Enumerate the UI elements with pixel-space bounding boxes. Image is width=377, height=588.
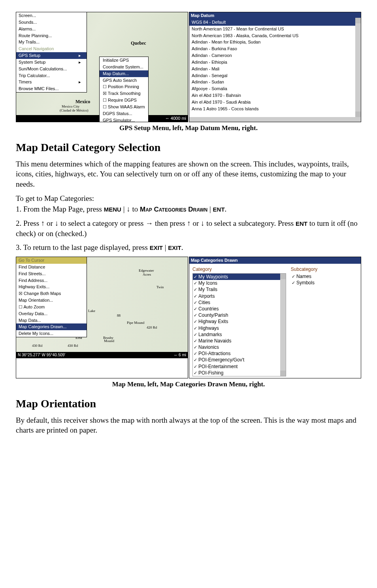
menu-item[interactable]: Find Address... — [16, 277, 87, 284]
menu-item[interactable]: Screen... — [16, 12, 87, 19]
figure-1-caption: GPS Setup Menu, left, Map Datum Menu, ri… — [16, 124, 361, 133]
menu-item[interactable]: Timers▸ — [16, 79, 87, 85]
category-item[interactable]: POI-Attractions — [193, 350, 286, 357]
para-detail-2: To get to Map Categories: — [16, 193, 361, 204]
category-item[interactable]: Navionics — [193, 344, 286, 350]
subcategory-item[interactable]: Symbols — [291, 280, 358, 286]
category-item[interactable]: Highway Exits — [193, 318, 286, 325]
map-background: Go To CursorFind DistanceFind Streets...… — [16, 257, 188, 352]
datum-item[interactable]: WGS 84 - Default — [189, 19, 361, 26]
category-list[interactable]: My WaypointsMy IconsMy TrailsAirportsCit… — [193, 274, 286, 376]
scroll-down-icon[interactable] — [355, 112, 361, 117]
step-3: 3. To return to the last page displayed,… — [16, 242, 361, 253]
datum-item[interactable]: Afgooye - Somalia — [189, 85, 361, 92]
datum-item[interactable]: North American 1983 - Alaska, Canada, Co… — [189, 32, 361, 39]
key-exit: EXIT — [150, 244, 163, 252]
main-menu: Screen...Sounds...Alarms...Route Plannin… — [16, 12, 87, 93]
category-item[interactable]: POI-Entertainment — [193, 363, 286, 370]
category-item[interactable]: Cities — [193, 299, 286, 306]
menu-item[interactable]: My Trails... — [16, 39, 87, 45]
menu-item[interactable]: Trip Calculator... — [16, 72, 87, 79]
step-1: 1. From the Map Page, press MENU | ↓ to … — [16, 204, 361, 214]
submenu-item[interactable]: Map Datum... — [100, 70, 148, 77]
scrollbar[interactable] — [280, 274, 286, 376]
scroll-up-icon[interactable] — [355, 18, 361, 23]
submenu-item[interactable]: GPS Auto Search — [100, 77, 148, 84]
category-item[interactable]: County/Parish — [193, 312, 286, 318]
datum-item[interactable]: Adindan - Sudan — [189, 79, 361, 85]
menu-item[interactable]: Find Streets... — [16, 270, 87, 277]
scroll-down-icon[interactable] — [280, 371, 286, 376]
submenu-item[interactable]: Coordinate System... — [100, 64, 148, 70]
map-label: 420 Rd — [147, 325, 157, 330]
menu-item[interactable]: Map Categories Drawn... — [16, 323, 87, 330]
menu-item[interactable]: ☒ Change Both Maps — [16, 290, 87, 297]
menu-item[interactable]: Route Planning... — [16, 32, 87, 39]
panel-title: Map Categories Drawn — [189, 257, 361, 264]
datum-item[interactable]: Adindan - Mali — [189, 66, 361, 72]
map-label: 430 Rd — [68, 343, 78, 348]
category-item[interactable]: Airports — [193, 293, 286, 299]
scroll-up-icon[interactable] — [280, 274, 286, 279]
text: 3. To return to the last page displayed,… — [16, 243, 150, 251]
menu-item[interactable]: Go To Cursor — [16, 257, 87, 264]
subcategory-item[interactable]: Names — [291, 273, 358, 280]
datum-item[interactable]: Ain el Abd 1970 - Saudi Arabia — [189, 99, 361, 106]
datum-item[interactable]: Adindan - Ethiopia — [189, 59, 361, 66]
menu-item[interactable]: ☐ Auto Zoom — [16, 304, 87, 310]
gps-setup-submenu: Initialize GPSCoordinate System...Map Da… — [99, 57, 149, 122]
column-head-category: Category — [192, 265, 286, 273]
category-item[interactable]: Landmarks — [193, 331, 286, 338]
category-item[interactable]: Marine Navaids — [193, 338, 286, 344]
category-item[interactable]: POI-Fishing — [193, 370, 286, 376]
menu-item[interactable]: Alarms... — [16, 26, 87, 32]
submenu-item[interactable]: GPS Simulator... — [100, 117, 148, 122]
datum-item[interactable]: Adindan - Burkina Faso — [189, 45, 361, 52]
menu-item[interactable]: GPS Setup▸ — [16, 52, 87, 59]
panel-title: Map Datum — [189, 12, 361, 19]
submenu-item[interactable]: ☐ Position Pinning — [100, 83, 148, 90]
menu-item[interactable]: Browse MMC Files... — [16, 85, 87, 92]
menu-item[interactable]: Sun/Moon Calculations... — [16, 66, 87, 72]
map-label: 430 Rd — [32, 343, 42, 348]
datum-list[interactable]: WGS 84 - DefaultNorth American 1927 - Me… — [189, 19, 361, 111]
step-2: 2. Press ↑ or ↓ to select a category or … — [16, 218, 361, 238]
figure-2-caption: Map Menu, left, Map Categories Drawn Men… — [16, 380, 361, 389]
menu-item[interactable]: Delete My Icons... — [16, 330, 87, 337]
heading-map-detail: Map Detail Category Selection — [16, 140, 361, 155]
submenu-item[interactable]: ☐ Show WAAS Alarm — [100, 104, 148, 110]
heading-map-orientation: Map Orientation — [16, 396, 361, 411]
figure-1: Screen...Sounds...Alarms...Route Plannin… — [16, 12, 361, 122]
menu-item[interactable]: Highway Exits... — [16, 284, 87, 290]
category-item[interactable]: My Icons — [193, 280, 286, 286]
datum-item[interactable]: Anna 1 Astro 1965 - Cocos Islands — [189, 106, 361, 111]
scrollbar[interactable] — [355, 18, 361, 117]
datum-item[interactable]: Adindan - Mean for Ethiopia, Sudan — [189, 39, 361, 45]
datum-item[interactable]: Ain el Abd 1970 - Bahrain — [189, 92, 361, 99]
submenu-item[interactable]: Initialize GPS — [100, 57, 148, 64]
category-columns: Category My WaypointsMy IconsMy TrailsAi… — [189, 264, 361, 378]
h-scrollbar[interactable] — [189, 117, 361, 122]
datum-item[interactable]: Adindan - Senegal — [189, 72, 361, 79]
scale-readout: ↔ 4000 mi — [165, 115, 186, 121]
category-item[interactable]: Countries — [193, 306, 286, 312]
category-item[interactable]: My Trails — [193, 286, 286, 293]
menu-item[interactable]: Map Orientation... — [16, 297, 87, 304]
menu-item[interactable]: System Setup▸ — [16, 59, 87, 66]
menu-item[interactable]: Map Data... — [16, 317, 87, 324]
menu-item[interactable]: Find Distance — [16, 264, 87, 270]
datum-item[interactable]: Adindan - Cameroon — [189, 52, 361, 59]
subcategory-list[interactable]: NamesSymbols — [291, 273, 358, 286]
category-item[interactable]: POI-Emergency/Gov't — [193, 357, 286, 363]
submenu-item[interactable]: DGPS Status... — [100, 110, 148, 117]
menu-item[interactable]: Overlay Data... — [16, 310, 87, 317]
category-item[interactable]: Highways — [193, 325, 286, 331]
text: 1. From the Map Page, press — [16, 205, 104, 213]
submenu-item[interactable]: ☒ Track Smoothing — [100, 90, 148, 97]
menu-item[interactable]: Sounds... — [16, 19, 87, 26]
submenu-item[interactable]: ☐ Require DGPS — [100, 97, 148, 104]
map-background: Screen...Sounds...Alarms...Route Plannin… — [16, 12, 188, 115]
datum-item[interactable]: North American 1927 - Mean for Continent… — [189, 26, 361, 32]
menu-item[interactable]: Cancel Navigation — [16, 45, 87, 52]
category-item[interactable]: My Waypoints — [193, 274, 286, 280]
